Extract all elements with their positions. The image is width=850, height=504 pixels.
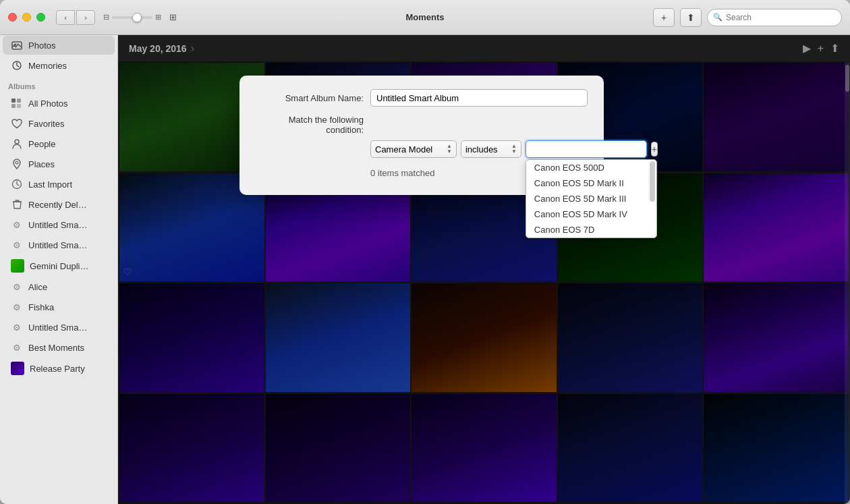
svg-rect-5 — [11, 104, 16, 108]
photos-label: Photos — [28, 40, 55, 51]
memories-label: Memories — [28, 61, 67, 71]
untitled1-icon: ⚙ — [11, 219, 23, 231]
dropdown-item-5d-mk4[interactable]: Canon EOS 5D Mark IV — [526, 206, 656, 222]
release-party-label: Release Party — [30, 364, 85, 374]
window-title: Moments — [405, 12, 444, 22]
photos-icon — [11, 39, 23, 51]
favorites-label: Favorites — [28, 119, 64, 129]
album-name-label: Smart Album Name: — [256, 93, 364, 103]
sidebar-item-release-party[interactable]: Release Party — [3, 358, 115, 379]
sidebar-item-untitled-1[interactable]: ⚙ Untitled Sma… — [3, 215, 115, 234]
zoom-slider[interactable] — [112, 16, 152, 19]
sidebar-item-all-photos[interactable]: All Photos — [3, 94, 115, 113]
items-matched-label: 0 items matched — [370, 168, 434, 178]
match-condition-label: Match the following condition: — [256, 115, 364, 135]
all-photos-icon — [11, 97, 23, 109]
match-condition-row: Match the following condition: — [256, 115, 588, 135]
places-icon — [11, 158, 23, 170]
release-party-thumb — [11, 362, 24, 375]
condition-type-select[interactable]: includes ▲ ▼ — [461, 140, 521, 158]
sidebar-item-recently-deleted[interactable]: Recently Del… — [3, 195, 115, 214]
sidebar-item-favorites[interactable]: Favorites — [3, 114, 115, 133]
condition-text-container: Canon EOS 500D Canon EOS 5D Mark II Cano… — [526, 140, 647, 158]
dropdown-item-7d[interactable]: Canon EOS 7D — [526, 222, 656, 237]
condition-text-input[interactable] — [526, 140, 647, 158]
recently-deleted-label: Recently Del… — [28, 200, 87, 210]
alice-icon: ⚙ — [11, 281, 23, 293]
gemini-label: Gemini Dupli… — [30, 261, 88, 271]
recently-deleted-icon — [11, 198, 23, 211]
svg-point-8 — [16, 161, 18, 164]
share-toolbar-button[interactable]: ⬆ — [680, 8, 702, 27]
camera-model-option[interactable]: Camera Model — [375, 144, 444, 155]
best-moments-icon: ⚙ — [11, 341, 23, 354]
sidebar-item-people[interactable]: People — [3, 134, 115, 153]
fishka-icon: ⚙ — [11, 301, 23, 313]
sidebar-item-memories[interactable]: Memories — [3, 56, 115, 75]
main-content: Photos Memories Albums — [0, 35, 850, 504]
dialog-overlay: Smart Album Name: Match the following co… — [118, 35, 850, 504]
untitled2-label: Untitled Sma… — [28, 240, 87, 250]
svg-point-7 — [15, 140, 19, 144]
sidebar-item-gemini[interactable]: Gemini Dupli… — [3, 256, 115, 276]
gemini-thumb — [11, 259, 24, 273]
smart-album-dialog: Smart Album Name: Match the following co… — [239, 76, 604, 195]
condition-selectors-row: Camera Model ▲ ▼ includes — [370, 140, 588, 158]
add-toolbar-button[interactable]: + — [653, 8, 675, 27]
condition-arrows-icon: ▲ ▼ — [511, 144, 517, 155]
dropdown-item-5d-mk3[interactable]: Canon EOS 5D Mark III — [526, 191, 656, 206]
main-window: ‹ › ⊟ ⊞ ⊞ Moments + ⬆ 🔍 — [0, 0, 850, 504]
memories-icon — [11, 59, 23, 72]
condition-type-option[interactable]: includes — [465, 144, 509, 155]
untitled3-icon: ⚙ — [11, 321, 23, 333]
untitled1-label: Untitled Sma… — [28, 220, 87, 230]
camera-dropdown-list: Canon EOS 500D Canon EOS 5D Mark II Cano… — [526, 159, 657, 238]
search-box[interactable]: 🔍 — [707, 9, 842, 26]
minimize-button[interactable] — [22, 13, 31, 22]
last-import-icon — [11, 178, 23, 190]
places-label: Places — [28, 159, 55, 169]
sidebar-item-untitled-2[interactable]: ⚙ Untitled Sma… — [3, 235, 115, 254]
zoom-icon-lg: ⊞ — [155, 13, 161, 22]
nav-buttons: ‹ › — [56, 10, 95, 25]
back-button[interactable]: ‹ — [56, 10, 75, 25]
grid-view-button[interactable]: ⊞ — [165, 10, 180, 25]
fishka-label: Fishka — [28, 302, 54, 312]
svg-rect-4 — [17, 99, 21, 103]
dropdown-scrollbar — [650, 161, 655, 202]
sidebar-item-alice[interactable]: ⚙ Alice — [3, 277, 115, 296]
people-label: People — [28, 139, 55, 149]
sidebar-item-untitled-3[interactable]: ⚙ Untitled Sma… — [3, 318, 115, 337]
titlebar-right: + ⬆ 🔍 — [653, 8, 842, 27]
titlebar: ‹ › ⊟ ⊞ ⊞ Moments + ⬆ 🔍 — [0, 0, 850, 35]
last-import-label: Last Import — [28, 179, 72, 190]
untitled2-icon: ⚙ — [11, 239, 23, 251]
camera-model-select[interactable]: Camera Model ▲ ▼ — [370, 140, 457, 158]
dropdown-item-500d[interactable]: Canon EOS 500D — [526, 160, 656, 175]
sidebar-item-last-import[interactable]: Last Import — [3, 175, 115, 194]
albums-section-header: Albums — [0, 76, 117, 93]
maximize-button[interactable] — [36, 13, 45, 22]
dropdown-item-5d-mk2[interactable]: Canon EOS 5D Mark II — [526, 175, 656, 191]
traffic-lights — [8, 13, 45, 22]
select-arrows-icon: ▲ ▼ — [447, 144, 452, 155]
favorites-icon — [11, 117, 23, 130]
photo-area: May 20, 2016 › ▶ + ⬆ — [118, 35, 850, 504]
alice-label: Alice — [28, 282, 47, 292]
album-name-input[interactable] — [370, 89, 588, 107]
search-input[interactable] — [726, 13, 836, 22]
forward-button[interactable]: › — [76, 10, 95, 25]
search-icon: 🔍 — [713, 13, 722, 22]
close-button[interactable] — [8, 13, 17, 22]
svg-rect-6 — [17, 104, 21, 108]
sidebar-item-best-moments[interactable]: ⚙ Best Moments — [3, 338, 115, 357]
zoom-icon-sm: ⊟ — [103, 13, 109, 22]
add-condition-button[interactable]: + — [651, 142, 658, 157]
sidebar-item-fishka[interactable]: ⚙ Fishka — [3, 298, 115, 316]
people-icon — [11, 138, 23, 150]
zoom-slider-area: ⊟ ⊞ — [103, 13, 161, 22]
all-photos-label: All Photos — [28, 99, 68, 109]
sidebar-item-photos[interactable]: Photos — [3, 36, 115, 55]
sidebar: Photos Memories Albums — [0, 35, 118, 504]
sidebar-item-places[interactable]: Places — [3, 155, 115, 173]
